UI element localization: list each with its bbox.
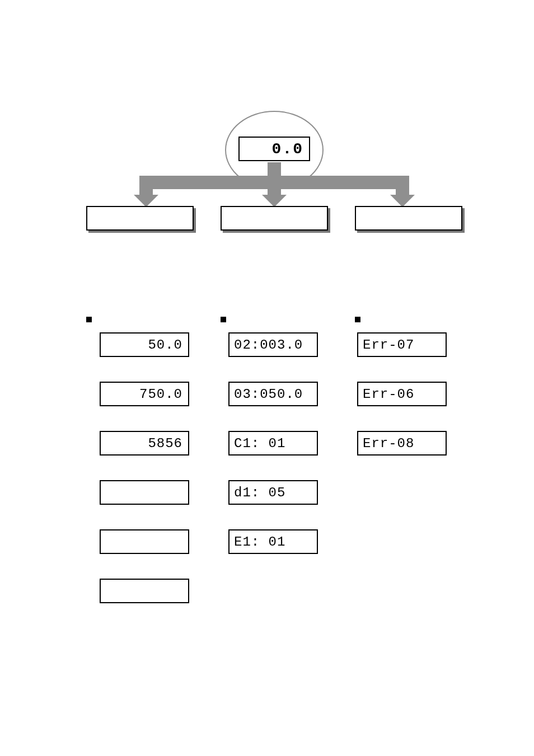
lcd-display: Err-08	[357, 431, 447, 456]
lcd-display: 750.0	[100, 382, 189, 406]
square-bullet-icon	[86, 317, 92, 322]
lcd-display: C1: 01	[228, 431, 318, 456]
arrow-segment	[139, 176, 409, 189]
arrowhead-icon	[134, 195, 158, 207]
lcd-display: E1: 01	[228, 529, 318, 554]
arrowhead-icon	[390, 195, 415, 207]
lcd-display: Err-07	[357, 332, 447, 357]
mode-box-left	[86, 206, 194, 231]
arrowhead-icon	[262, 195, 287, 207]
section-label-mid	[221, 317, 231, 322]
lcd-display: 02:003.0	[228, 332, 318, 357]
lcd-display: d1: 05	[228, 480, 318, 505]
lcd-display: 03:050.0	[228, 382, 318, 406]
square-bullet-icon	[355, 317, 360, 322]
section-label-right	[355, 317, 365, 322]
mode-box-mid	[221, 206, 328, 231]
lcd-display: Err-06	[357, 382, 447, 406]
top-lcd: 0.0	[238, 137, 310, 161]
lcd-display: 50.0	[100, 332, 189, 357]
square-bullet-icon	[221, 317, 226, 322]
lcd-display: 5856	[100, 431, 189, 456]
lcd-display	[100, 579, 189, 603]
lcd-display	[100, 529, 189, 554]
lcd-display	[100, 480, 189, 505]
section-label-left	[86, 317, 96, 322]
mode-box-right	[355, 206, 462, 231]
